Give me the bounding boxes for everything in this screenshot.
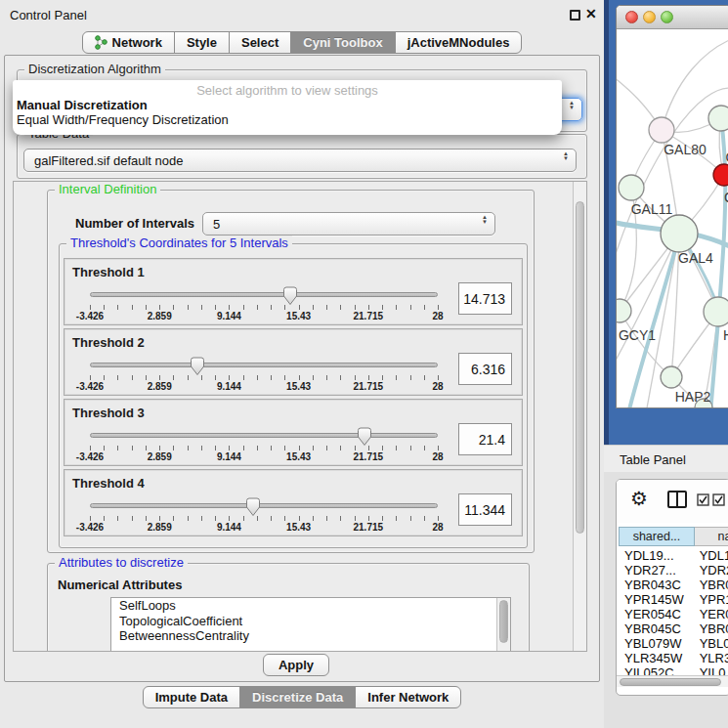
group-title: Discretization Algorithm [24, 62, 165, 76]
network-node[interactable] [661, 215, 698, 252]
network-node[interactable] [661, 366, 682, 388]
threshold-label: Threshold 4 [72, 476, 145, 491]
slider-thumb[interactable] [190, 357, 205, 380]
num-intervals-combobox[interactable]: 5 ▲▼ [202, 212, 495, 236]
float-window-icon[interactable] [570, 10, 580, 21]
table-row[interactable]: YBR045CYBR0 [619, 621, 728, 636]
table-panel-title: Table Panel [620, 452, 686, 467]
table-row[interactable]: YDL19...YDL1 [619, 548, 728, 563]
table-row[interactable]: YBL079WYBL0 [619, 636, 728, 651]
columns-icon[interactable] [667, 491, 687, 508]
slider-thumb[interactable] [282, 286, 298, 310]
column-header-name[interactable]: na [695, 527, 728, 546]
table-rows: YDL19...YDL1YDR27...YDR2YBR043CYBR0YPR14… [619, 548, 728, 680]
scrollbar-thumb[interactable] [620, 678, 721, 686]
table-row[interactable]: YPR145WYPR1 [619, 592, 728, 607]
gear-icon[interactable]: ⚙ [630, 488, 648, 509]
checkbox-checked-icon[interactable] [697, 493, 709, 506]
tick-label: 9.144 [217, 381, 241, 392]
cell-shared-name: YPR145W [619, 592, 694, 607]
slider-scale: -3.4262.8599.14415.4321.71528 [90, 522, 438, 534]
settings-scroll-panel: Interval Definition Number of Intervals … [13, 181, 587, 652]
list-item-selfloops[interactable]: SelfLoops [111, 598, 510, 614]
attributes-group: Attributes to discretize Numerical Attri… [47, 563, 530, 652]
table-data-value: galFiltered.sif default node [34, 153, 183, 168]
scrollbar-thumb[interactable] [499, 600, 508, 643]
tick-label: 28 [432, 381, 443, 392]
tab-impute-data[interactable]: Impute Data [143, 686, 240, 708]
threshold-value-field[interactable]: 6.316 [458, 353, 512, 385]
zoom-traffic-light-icon[interactable] [661, 11, 673, 23]
tab-label: Select [241, 35, 278, 50]
checkbox-checked-icon[interactable] [712, 493, 725, 506]
network-graph [617, 30, 728, 408]
cell-shared-name: YDL19... [619, 548, 694, 563]
thresholds-group: Threshold's Coordinates for 5 Intervals … [59, 243, 528, 548]
network-node[interactable] [619, 175, 644, 200]
table-row[interactable]: YER054CYER0 [619, 607, 728, 621]
table-row[interactable]: YBR043CYBR0 [619, 578, 728, 592]
threshold-value-field[interactable]: 21.4 [458, 423, 512, 455]
slider-thumb[interactable] [357, 427, 372, 450]
tab-style[interactable]: Style [174, 31, 230, 54]
tick-label: 9.144 [217, 311, 241, 321]
close-icon[interactable]: ✕ [585, 6, 597, 21]
group-title: Threshold's Coordinates for 5 Intervals [66, 236, 292, 250]
tab-select[interactable]: Select [229, 31, 291, 54]
threshold-slider[interactable]: -3.4262.8599.14415.4321.71528 [90, 495, 440, 536]
tab-infer-network[interactable]: Infer Network [355, 686, 461, 708]
cell-shared-name: YER054C [619, 607, 694, 621]
slider-scale: -3.4262.8599.14415.4321.71528 [90, 451, 438, 463]
table-toolbar: ⚙ [617, 480, 728, 523]
popup-placeholder: Select algorithm to view settings [13, 83, 562, 98]
popup-item-manual-discretization[interactable]: Manual Discretization [13, 98, 562, 112]
network-node[interactable] [704, 297, 728, 326]
threshold-slider[interactable]: -3.4262.8599.14415.4321.71528 [90, 425, 440, 466]
threshold-value-field[interactable]: 11.344 [458, 493, 512, 526]
tab-discretize-data[interactable]: Discretize Data [239, 686, 356, 708]
tab-label: Infer Network [367, 690, 449, 705]
network-node[interactable] [708, 106, 728, 131]
network-node[interactable] [649, 117, 674, 143]
node-label-gal80: GAL80 [664, 142, 707, 157]
list-item-betweennesscentrality[interactable]: BetweennessCentrality [111, 628, 510, 644]
close-traffic-light-icon[interactable] [625, 11, 638, 23]
network-node[interactable] [617, 299, 631, 322]
tab-cyni-toolbox[interactable]: Cyni Toolbox [290, 31, 395, 54]
table-row[interactable]: YDR27...YDR2 [619, 563, 728, 578]
threshold-panel-2: Threshold 2-3.4262.8599.14415.4321.71528… [64, 328, 523, 396]
list-scrollbar[interactable] [496, 598, 510, 652]
threshold-slider[interactable]: -3.4262.8599.14415.4321.71528 [90, 284, 440, 325]
numerical-attributes-label: Numerical Attributes [58, 578, 182, 592]
cyni-toolbox-panel: Discretization Algorithm ▲▼ Select algor… [4, 55, 600, 682]
horizontal-scrollbar[interactable] [617, 675, 728, 687]
tick-label: 2.859 [148, 311, 172, 321]
slider-thumb[interactable] [245, 497, 261, 521]
tick-label: 28 [432, 522, 443, 533]
tab-network[interactable]: Network [82, 31, 175, 54]
list-item-topologicalcoefficient[interactable]: TopologicalCoefficient [111, 614, 510, 629]
apply-button[interactable]: Apply [263, 654, 329, 676]
tick-label: 2.859 [148, 522, 172, 533]
network-canvas[interactable]: GAL80GCGAL11GAL4GCY1HHAP2 [617, 30, 728, 408]
tab-jactivemnodules[interactable]: jActiveMNodules [395, 31, 523, 54]
control-panel-titlebar: Control Panel ✕ [0, 0, 604, 29]
slider-track [90, 503, 438, 508]
numerical-attributes-list[interactable]: SelfLoopsTopologicalCoefficientBetweenne… [110, 597, 511, 652]
minimize-traffic-light-icon[interactable] [643, 11, 656, 23]
threshold-label: Threshold 2 [72, 335, 145, 350]
node-label-gal4: GAL4 [678, 250, 713, 266]
panel-scrollbar[interactable] [573, 182, 586, 651]
column-header-shared-name[interactable]: shared... [619, 527, 695, 546]
scrollbar-thumb[interactable] [576, 201, 584, 534]
threshold-value-field[interactable]: 14.713 [458, 282, 512, 315]
tick-label: 15.43 [286, 381, 311, 392]
network-window-titlebar [617, 6, 728, 29]
cell-name: YER0 [694, 607, 728, 621]
threshold-slider[interactable]: -3.4262.8599.14415.4321.71528 [90, 355, 440, 396]
table-row[interactable]: YLR345WYLR3 [619, 651, 728, 665]
popup-item-equal-width-frequency-discretization[interactable]: Equal Width/Frequency Discretization [13, 112, 562, 127]
table-data-combobox[interactable]: galFiltered.sif default node ▲▼ [23, 149, 577, 172]
tick-label: 21.715 [354, 381, 384, 392]
interval-definition-group: Interval Definition Number of Intervals … [47, 190, 535, 553]
